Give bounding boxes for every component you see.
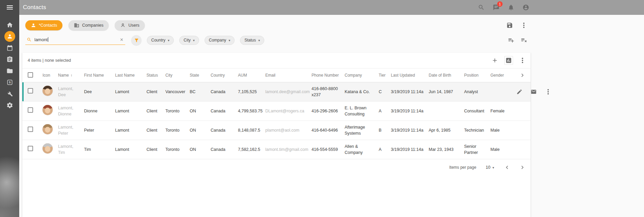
cell-last-name: Lamont	[115, 87, 146, 97]
cell-country: Canada	[211, 87, 238, 97]
remove-from-list-button[interactable]	[520, 37, 527, 44]
clear-search-icon[interactable]: ×	[119, 37, 125, 43]
cell-tier: A	[379, 106, 391, 116]
next-page-button[interactable]	[519, 164, 526, 171]
row-lamont-tim[interactable]: Lamont, Tim Tim Lamont Client Toronto ON…	[22, 140, 531, 159]
row-lamont-dionne[interactable]: Lamont, Dionne Dionne Lamont Client Toro…	[22, 102, 531, 121]
chevron-down-icon: ▾	[168, 38, 169, 42]
row-lamont-dee[interactable]: Lamont, Dee Dee Lamont Client Vancouver …	[22, 82, 531, 102]
column-header-last-updated[interactable]: Last Updated	[391, 73, 429, 78]
add-to-list-button[interactable]	[508, 37, 514, 44]
funnel-icon	[134, 38, 139, 43]
table-header-row: Icon Name↑ First Name Last Name Status C…	[22, 68, 531, 82]
sidebar-item-contacts[interactable]	[0, 31, 19, 42]
filter-chip-city[interactable]: City ▾	[179, 36, 199, 45]
avatar	[43, 86, 53, 96]
sidebar-item-five[interactable]: 5	[0, 77, 19, 88]
filter-chip-country[interactable]: Country ▾	[147, 36, 174, 45]
person-icon	[31, 23, 36, 28]
cell-gender: Female	[490, 106, 516, 116]
sidebar-item-calendar[interactable]	[0, 42, 19, 54]
sidebar-item-tasks[interactable]	[0, 54, 19, 65]
topbar-icons: 1	[478, 0, 529, 15]
avatar	[43, 124, 53, 134]
row-checkbox[interactable]	[28, 107, 33, 113]
tab-label: Users	[128, 23, 139, 28]
cell-first-name: Tim	[84, 144, 115, 155]
column-header-status[interactable]: Status	[146, 73, 165, 78]
column-header-state[interactable]: State	[190, 73, 211, 78]
tab-companies[interactable]: Companies	[69, 20, 109, 30]
select-all-checkbox[interactable]	[28, 72, 33, 78]
column-header-name[interactable]: Name↑	[58, 73, 84, 78]
row-checkbox[interactable]	[28, 88, 33, 93]
filter-button[interactable]	[131, 35, 141, 45]
row-overflow-menu-icon[interactable]	[547, 91, 549, 92]
row-checkbox[interactable]	[28, 127, 33, 132]
account-icon[interactable]	[522, 4, 529, 11]
sidebar-item-tools[interactable]	[0, 88, 19, 100]
filter-chip-company[interactable]: Company ▾	[205, 36, 235, 45]
row-checkbox[interactable]	[28, 146, 33, 151]
cell-position: Senior Partner	[464, 141, 490, 158]
column-header-email[interactable]: Email	[265, 73, 312, 78]
previous-page-button[interactable]	[504, 164, 510, 171]
messages-icon[interactable]: 1	[493, 4, 500, 11]
column-header-position[interactable]: Position	[464, 73, 490, 78]
column-header-last-name[interactable]: Last Name	[115, 73, 146, 78]
menu-icon[interactable]	[0, 0, 19, 15]
edit-contact-button[interactable]	[516, 89, 522, 95]
column-header-dob[interactable]: Date of Birth	[429, 73, 464, 78]
tab-users[interactable]: Users	[115, 20, 145, 30]
list-overflow-menu-icon[interactable]	[522, 60, 523, 61]
cell-first-name: Dionne	[84, 106, 115, 116]
tab-contacts[interactable]: *Contacts	[25, 20, 62, 30]
list-header: 4 items | none selected	[22, 53, 531, 68]
sort-asc-icon: ↑	[71, 73, 73, 77]
column-header-icon[interactable]: Icon	[43, 73, 58, 78]
column-header-tier[interactable]: Tier	[379, 73, 391, 78]
svg-text:5: 5	[9, 81, 10, 84]
cell-dob: Mar 23, 1943	[429, 144, 464, 155]
cell-country: Canada	[211, 106, 238, 116]
building-icon	[74, 23, 79, 28]
cell-name: Lamont, Dee	[58, 84, 84, 100]
cell-country: Canada	[211, 144, 238, 155]
search-input[interactable]: lamont ×	[25, 36, 125, 45]
save-icon	[506, 22, 513, 29]
calendar-icon	[6, 45, 13, 51]
column-header-first-name[interactable]: First Name	[84, 73, 115, 78]
page-size-select[interactable]: 10 ▾	[486, 165, 494, 170]
column-header-country[interactable]: Country	[211, 73, 238, 78]
scroll-columns-right-icon[interactable]	[519, 72, 526, 79]
cell-state: BC	[190, 87, 211, 97]
filter-chips: Country ▾ City ▾ Company ▾ Status ▾	[147, 36, 264, 45]
notifications-icon[interactable]	[508, 4, 514, 11]
column-header-gender[interactable]: Gender	[490, 73, 516, 78]
cell-name: Lamont, Tim	[58, 141, 84, 158]
items-summary: 4 items | none selected	[28, 58, 71, 63]
cell-first-name: Dee	[84, 87, 115, 97]
cell-aum: 7,105,525	[238, 87, 265, 97]
filter-chip-status[interactable]: Status ▾	[240, 36, 264, 45]
column-header-company[interactable]: Company	[345, 73, 379, 78]
cell-city: Toronto	[165, 144, 190, 155]
add-contact-button[interactable]	[491, 57, 498, 64]
chart-view-button[interactable]	[504, 56, 513, 65]
tabs-overflow-menu-icon[interactable]	[523, 25, 525, 26]
wrench-icon	[6, 90, 13, 97]
cell-gender: Male	[490, 125, 516, 135]
sidebar-item-settings[interactable]	[0, 100, 19, 111]
row-lamont-peter[interactable]: Lamont, Peter Peter Lamont Client Toront…	[22, 121, 531, 140]
email-contact-button[interactable]	[531, 89, 537, 95]
chevron-down-icon: ▾	[258, 38, 260, 42]
sidebar-item-home[interactable]	[0, 19, 19, 31]
sidebar-item-files[interactable]	[0, 65, 19, 77]
column-header-phone[interactable]: Phone Number	[312, 73, 345, 78]
column-header-aum[interactable]: AUM	[238, 73, 265, 78]
column-header-city[interactable]: City	[165, 73, 190, 78]
save-view-button[interactable]	[506, 22, 513, 29]
search-icon[interactable]	[478, 4, 485, 11]
avatar	[43, 105, 53, 115]
cell-phone: 416-554-5559	[312, 144, 345, 155]
